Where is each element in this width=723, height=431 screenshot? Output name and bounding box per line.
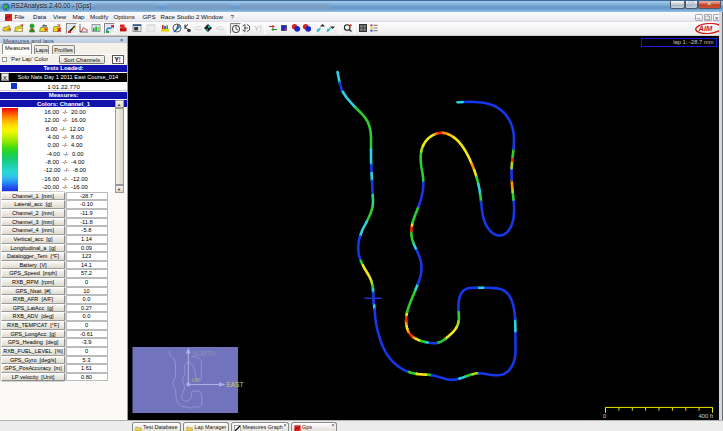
svg-text:Y: Y [254, 24, 260, 33]
svg-text:AIM: AIM [698, 25, 714, 34]
svg-text:NORTH: NORTH [193, 349, 216, 356]
svg-text:EAST: EAST [227, 381, 244, 388]
svg-text:0: 0 [603, 412, 606, 418]
svg-text:400 ft: 400 ft [698, 412, 713, 418]
svg-text:UP: UP [192, 376, 200, 382]
